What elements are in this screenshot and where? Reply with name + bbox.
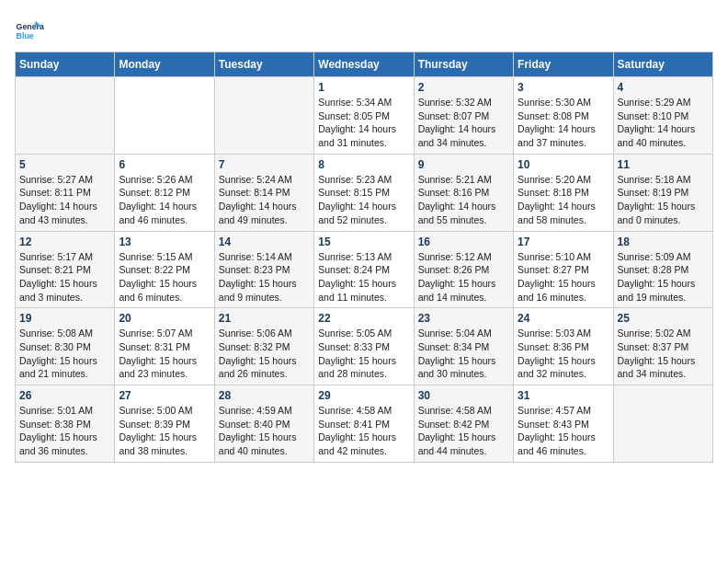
day-number: 23 <box>418 312 509 325</box>
week-row-2: 5Sunrise: 5:27 AMSunset: 8:11 PMDaylight… <box>16 154 713 231</box>
week-row-5: 26Sunrise: 5:01 AMSunset: 8:38 PMDayligh… <box>16 385 713 463</box>
day-info: Sunrise: 5:17 AMSunset: 8:21 PMDaylight:… <box>19 250 110 304</box>
day-number: 25 <box>618 312 709 325</box>
calendar-cell: 1Sunrise: 5:34 AMSunset: 8:05 PMDaylight… <box>314 77 414 155</box>
calendar-cell: 20Sunrise: 5:07 AMSunset: 8:31 PMDayligh… <box>115 308 214 385</box>
day-info: Sunrise: 5:26 AMSunset: 8:12 PMDaylight:… <box>119 173 210 227</box>
day-info: Sunrise: 5:01 AMSunset: 8:38 PMDaylight:… <box>19 404 110 458</box>
calendar-cell: 6Sunrise: 5:26 AMSunset: 8:12 PMDaylight… <box>115 154 214 231</box>
day-info: Sunrise: 5:29 AMSunset: 8:10 PMDaylight:… <box>618 96 709 150</box>
day-number: 28 <box>219 389 310 402</box>
calendar-cell: 13Sunrise: 5:15 AMSunset: 8:22 PMDayligh… <box>115 231 214 308</box>
calendar-cell: 25Sunrise: 5:02 AMSunset: 8:37 PMDayligh… <box>613 308 712 385</box>
day-number: 7 <box>219 158 310 171</box>
day-info: Sunrise: 5:07 AMSunset: 8:31 PMDaylight:… <box>119 327 210 381</box>
day-info: Sunrise: 5:03 AMSunset: 8:36 PMDaylight:… <box>518 327 609 381</box>
calendar-cell: 18Sunrise: 5:09 AMSunset: 8:28 PMDayligh… <box>613 231 712 308</box>
calendar-cell: 15Sunrise: 5:13 AMSunset: 8:24 PMDayligh… <box>314 231 414 308</box>
day-number: 26 <box>19 389 110 402</box>
week-row-4: 19Sunrise: 5:08 AMSunset: 8:30 PMDayligh… <box>16 308 713 385</box>
day-info: Sunrise: 4:58 AMSunset: 8:42 PMDaylight:… <box>418 404 509 458</box>
day-number: 10 <box>518 158 609 171</box>
day-info: Sunrise: 5:20 AMSunset: 8:18 PMDaylight:… <box>518 173 609 227</box>
day-info: Sunrise: 5:21 AMSunset: 8:16 PMDaylight:… <box>418 173 509 227</box>
day-number: 22 <box>318 312 409 325</box>
column-header-wednesday: Wednesday <box>314 52 414 77</box>
calendar-cell <box>16 77 115 155</box>
calendar-cell: 8Sunrise: 5:23 AMSunset: 8:15 PMDaylight… <box>314 154 414 231</box>
logo: General Blue <box>15 15 44 44</box>
day-info: Sunrise: 4:59 AMSunset: 8:40 PMDaylight:… <box>219 404 310 458</box>
calendar-cell: 14Sunrise: 5:14 AMSunset: 8:23 PMDayligh… <box>214 231 313 308</box>
day-number: 19 <box>19 312 110 325</box>
column-header-friday: Friday <box>514 52 613 77</box>
column-header-monday: Monday <box>115 52 214 77</box>
day-info: Sunrise: 5:06 AMSunset: 8:32 PMDaylight:… <box>219 327 310 381</box>
calendar-cell: 31Sunrise: 4:57 AMSunset: 8:43 PMDayligh… <box>514 385 613 463</box>
calendar-cell: 16Sunrise: 5:12 AMSunset: 8:26 PMDayligh… <box>414 231 513 308</box>
day-info: Sunrise: 5:09 AMSunset: 8:28 PMDaylight:… <box>618 250 709 304</box>
day-number: 29 <box>318 389 409 402</box>
calendar-cell <box>214 77 313 155</box>
day-info: Sunrise: 5:02 AMSunset: 8:37 PMDaylight:… <box>618 327 709 381</box>
day-number: 3 <box>518 81 609 94</box>
calendar-cell: 17Sunrise: 5:10 AMSunset: 8:27 PMDayligh… <box>514 231 613 308</box>
calendar-cell: 23Sunrise: 5:04 AMSunset: 8:34 PMDayligh… <box>414 308 513 385</box>
day-info: Sunrise: 5:15 AMSunset: 8:22 PMDaylight:… <box>119 250 210 304</box>
day-number: 1 <box>318 81 409 94</box>
day-number: 21 <box>219 312 310 325</box>
calendar-cell: 26Sunrise: 5:01 AMSunset: 8:38 PMDayligh… <box>16 385 115 463</box>
calendar-table: SundayMondayTuesdayWednesdayThursdayFrid… <box>15 52 713 463</box>
calendar-cell: 10Sunrise: 5:20 AMSunset: 8:18 PMDayligh… <box>514 154 613 231</box>
day-number: 8 <box>318 158 409 171</box>
day-number: 5 <box>19 158 110 171</box>
day-number: 30 <box>418 389 509 402</box>
calendar-cell <box>613 385 712 463</box>
day-info: Sunrise: 5:34 AMSunset: 8:05 PMDaylight:… <box>318 96 409 150</box>
calendar-cell: 21Sunrise: 5:06 AMSunset: 8:32 PMDayligh… <box>214 308 313 385</box>
calendar-cell <box>115 77 214 155</box>
day-number: 2 <box>418 81 509 94</box>
column-header-sunday: Sunday <box>16 52 115 77</box>
day-number: 17 <box>518 236 609 248</box>
calendar-cell: 24Sunrise: 5:03 AMSunset: 8:36 PMDayligh… <box>514 308 613 385</box>
day-number: 24 <box>518 312 609 325</box>
day-number: 18 <box>618 236 709 248</box>
day-info: Sunrise: 5:30 AMSunset: 8:08 PMDaylight:… <box>518 96 609 150</box>
day-info: Sunrise: 5:14 AMSunset: 8:23 PMDaylight:… <box>219 250 310 304</box>
day-number: 13 <box>119 236 210 248</box>
day-number: 27 <box>119 389 210 402</box>
day-number: 9 <box>418 158 509 171</box>
svg-text:Blue: Blue <box>17 31 34 40</box>
column-header-saturday: Saturday <box>613 52 712 77</box>
calendar-cell: 7Sunrise: 5:24 AMSunset: 8:14 PMDaylight… <box>214 154 313 231</box>
day-info: Sunrise: 5:23 AMSunset: 8:15 PMDaylight:… <box>318 173 409 227</box>
day-info: Sunrise: 5:12 AMSunset: 8:26 PMDaylight:… <box>418 250 509 304</box>
day-info: Sunrise: 5:27 AMSunset: 8:11 PMDaylight:… <box>19 173 110 227</box>
calendar-cell: 22Sunrise: 5:05 AMSunset: 8:33 PMDayligh… <box>314 308 414 385</box>
day-info: Sunrise: 5:05 AMSunset: 8:33 PMDaylight:… <box>318 327 409 381</box>
day-info: Sunrise: 5:08 AMSunset: 8:30 PMDaylight:… <box>19 327 110 381</box>
day-number: 12 <box>19 236 110 248</box>
day-info: Sunrise: 5:00 AMSunset: 8:39 PMDaylight:… <box>119 404 210 458</box>
week-row-1: 1Sunrise: 5:34 AMSunset: 8:05 PMDaylight… <box>16 77 713 155</box>
day-number: 14 <box>219 236 310 248</box>
calendar-cell: 11Sunrise: 5:18 AMSunset: 8:19 PMDayligh… <box>613 154 712 231</box>
calendar-cell: 5Sunrise: 5:27 AMSunset: 8:11 PMDaylight… <box>16 154 115 231</box>
day-number: 6 <box>119 158 210 171</box>
calendar-cell: 19Sunrise: 5:08 AMSunset: 8:30 PMDayligh… <box>16 308 115 385</box>
calendar-cell: 2Sunrise: 5:32 AMSunset: 8:07 PMDaylight… <box>414 77 513 155</box>
day-number: 31 <box>518 389 609 402</box>
logo-icon: General Blue <box>15 15 44 44</box>
day-info: Sunrise: 5:13 AMSunset: 8:24 PMDaylight:… <box>318 250 409 304</box>
day-info: Sunrise: 5:10 AMSunset: 8:27 PMDaylight:… <box>518 250 609 304</box>
day-info: Sunrise: 4:57 AMSunset: 8:43 PMDaylight:… <box>518 404 609 458</box>
calendar-cell: 27Sunrise: 5:00 AMSunset: 8:39 PMDayligh… <box>115 385 214 463</box>
column-header-thursday: Thursday <box>414 52 513 77</box>
day-info: Sunrise: 5:04 AMSunset: 8:34 PMDaylight:… <box>418 327 509 381</box>
day-info: Sunrise: 4:58 AMSunset: 8:41 PMDaylight:… <box>318 404 409 458</box>
day-info: Sunrise: 5:32 AMSunset: 8:07 PMDaylight:… <box>418 96 509 150</box>
calendar-cell: 12Sunrise: 5:17 AMSunset: 8:21 PMDayligh… <box>16 231 115 308</box>
week-row-3: 12Sunrise: 5:17 AMSunset: 8:21 PMDayligh… <box>16 231 713 308</box>
column-headers-row: SundayMondayTuesdayWednesdayThursdayFrid… <box>16 52 713 77</box>
